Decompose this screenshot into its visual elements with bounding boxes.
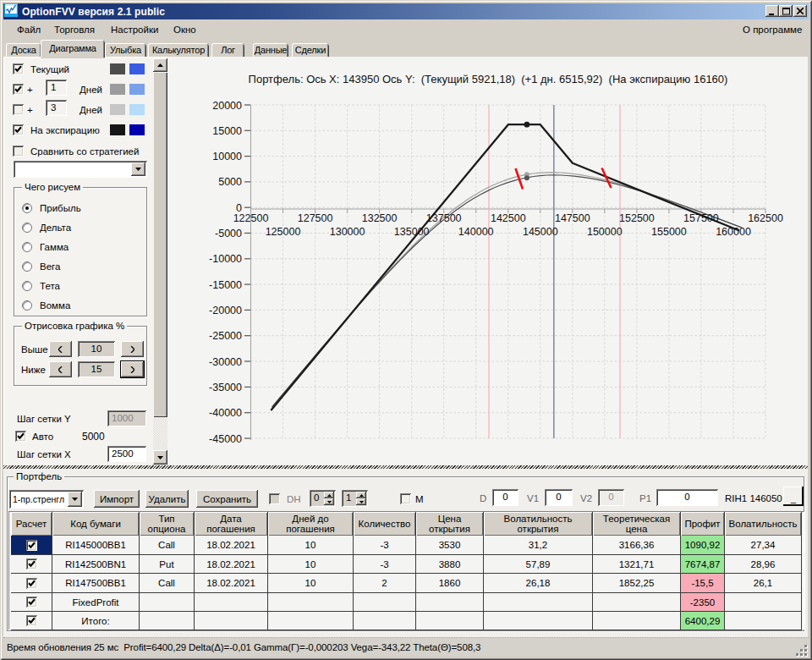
svg-text:122500: 122500 — [233, 212, 269, 224]
svg-text:-5000: -5000 — [215, 228, 242, 239]
svg-text:125000: 125000 — [266, 226, 301, 238]
svg-text:15000: 15000 — [212, 125, 242, 137]
svg-text:150000: 150000 — [587, 226, 623, 238]
svg-text:142500: 142500 — [491, 212, 526, 224]
svg-text:-15000: -15000 — [209, 279, 242, 291]
svg-text:130000: 130000 — [330, 226, 365, 238]
svg-text:-10000: -10000 — [209, 253, 242, 265]
svg-text:145000: 145000 — [523, 226, 558, 238]
svg-text:157500: 157500 — [683, 212, 719, 224]
svg-text:160000: 160000 — [716, 226, 751, 238]
svg-text:5000: 5000 — [218, 176, 242, 188]
svg-text:140000: 140000 — [458, 226, 494, 238]
svg-text:147500: 147500 — [555, 212, 590, 224]
svg-text:-45000: -45000 — [209, 433, 242, 445]
svg-text:162500: 162500 — [748, 212, 783, 224]
svg-text:20000: 20000 — [212, 100, 242, 112]
svg-text:-35000: -35000 — [209, 382, 242, 393]
svg-text:137500: 137500 — [426, 212, 462, 224]
svg-text:-40000: -40000 — [209, 407, 242, 419]
svg-text:155000: 155000 — [651, 226, 687, 238]
svg-text:-30000: -30000 — [209, 356, 242, 368]
svg-text:127500: 127500 — [298, 212, 333, 224]
svg-text:10000: 10000 — [212, 151, 242, 162]
svg-text:-20000: -20000 — [209, 305, 242, 316]
svg-text:-25000: -25000 — [209, 330, 242, 342]
svg-text:135000: 135000 — [394, 226, 430, 238]
svg-text:Портфель: Ось X: 143950 Ось Y:: Портфель: Ось X: 143950 Ось Y: (Текущий … — [249, 73, 728, 85]
svg-text:152500: 152500 — [619, 212, 655, 224]
svg-text:132500: 132500 — [362, 212, 398, 224]
